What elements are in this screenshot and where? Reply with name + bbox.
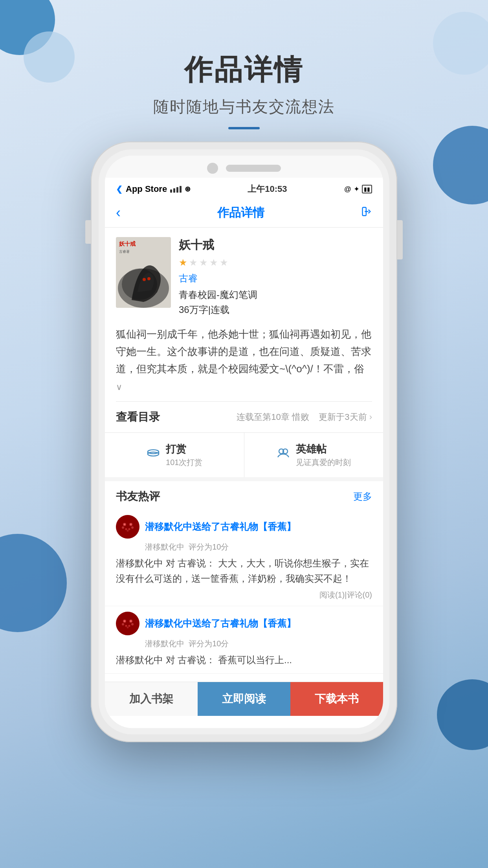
phone-power-button [397,220,403,259]
page-header: 作品详情 随时随地与书友交流想法 [0,0,488,129]
bluetooth-icon: ✦ [354,185,360,193]
book-author[interactable]: 古睿 [179,272,372,285]
reward-action[interactable]: 打赏 101次打赏 [105,433,244,477]
svg-point-29 [122,623,124,625]
svg-point-22 [128,528,130,530]
svg-point-31 [125,625,127,627]
reviews-section: 书友热评 更多 [105,481,383,682]
star-2: ★ [189,257,198,268]
svg-point-16 [124,524,125,525]
wifi-icon: ⊛ [185,185,191,193]
star-3: ★ [199,257,208,268]
status-left: ❮ App Store ⊛ [116,184,191,194]
phone-inner: ❮ App Store ⊛ 上午10:53 [99,149,389,734]
svg-point-4 [143,278,146,281]
phone-camera [207,163,218,174]
review-2-meta: 潜移默化中 评分为10分 [116,638,372,649]
page-subtitle: 随时随地与书友交流想法 [0,96,488,118]
status-right: @ ✦ ▮▮ [344,185,372,193]
desc-expand-icon[interactable]: ∨ [116,380,122,394]
reviewer-1-avatar [116,515,139,539]
review-1-content: 潜移默化中 对 古睿说： 大大，大大，听说你想生猴子，实在没有什么可送的，送一筐… [116,555,372,587]
bottom-bar: 加入书架 立即阅读 下载本书 [105,682,383,716]
svg-point-24 [116,612,139,635]
chapter-arrow-icon: › [369,412,372,422]
battery-icon: ▮▮ [362,185,372,193]
status-bar: ❮ App Store ⊛ 上午10:53 [105,178,383,198]
svg-point-18 [130,524,132,525]
nav-back-button[interactable]: ‹ [116,204,121,221]
carrier-label: App Store [126,184,167,194]
phone-outer: ❮ App Store ⊛ 上午10:53 [91,142,397,742]
phone-top-bar [105,156,383,178]
nav-title: 作品详情 [217,205,264,221]
reward-icon [146,446,160,464]
bg-decoration-5 [0,534,67,632]
book-details: 妖十戒 ★ ★ ★ ★ ★ 古睿 青春校园-魔幻笔调 36万字|连载 [179,237,372,316]
bg-decoration-4 [433,126,488,204]
hero-text-group: 英雄帖 见证真爱的时刻 [296,442,351,468]
svg-point-20 [131,526,134,529]
phone-speaker [226,165,281,172]
cover-ink-art: 妖十戒 古睿著 [116,237,171,308]
svg-point-26 [124,620,125,622]
svg-text:古睿著: 古睿著 [119,250,130,254]
book-info-section: 妖十戒 古睿著 妖十戒 ★ ★ ★ ★ [105,228,383,326]
book-genre: 青春校园-魔幻笔调 [179,289,372,301]
phone-mockup: ❮ App Store ⊛ 上午10:53 [91,142,397,742]
book-title: 妖十戒 [179,237,372,253]
nav-share-button[interactable] [361,206,372,220]
add-to-shelf-btn[interactable]: 加入书架 [105,682,198,716]
reviews-header: 书友热评 更多 [105,481,383,509]
phone-screen: ❮ App Store ⊛ 上午10:53 [105,156,383,728]
book-cover: 妖十戒 古睿著 [116,237,171,308]
hero-post-action[interactable]: 英雄帖 见证真爱的时刻 [244,433,383,477]
book-words: 36万字|连载 [179,303,372,316]
reward-sub: 101次打赏 [166,457,202,468]
reviews-more-btn[interactable]: 更多 [353,490,372,503]
read-now-btn[interactable]: 立即阅读 [198,682,290,716]
phone-volume-button [85,220,91,244]
hero-label: 英雄帖 [296,442,351,456]
review-2-header: 潜移默化中送给了古睿礼物【香蕉】 [116,612,372,635]
svg-point-32 [128,625,130,627]
review-2-content: 潜移默化中 对 古睿说： 香蕉可以当行上... [116,652,372,668]
svg-point-23 [127,530,129,531]
star-1: ★ [179,257,187,268]
actions-row: 打赏 101次打赏 [105,433,383,481]
reviewer-2-avatar [116,612,139,635]
review-item-1: 潜移默化中送给了古睿礼物【香蕉】 潜移默化中 评分为10分 潜移默化中 对 古睿… [105,509,383,606]
download-btn[interactable]: 下载本书 [290,682,383,716]
review-1-title[interactable]: 潜移默化中送给了古睿礼物【香蕉】 [145,520,296,533]
time-display: 上午10:53 [248,183,287,195]
book-stars: ★ ★ ★ ★ ★ [179,257,372,268]
hero-sub: 见证真爱的时刻 [296,457,351,468]
svg-point-30 [131,623,134,625]
chapter-row[interactable]: 查看目录 连载至第10章 惜败 更新于3天前 › [105,402,383,433]
svg-point-14 [116,515,139,539]
book-description: 狐仙祠一别成千年，他杀她十世；狐仙祠再遇如初见，他守她一生。这个故事讲的是道，也… [105,326,383,401]
reviews-title: 书友热评 [116,489,160,504]
review-1-header: 潜移默化中送给了古睿礼物【香蕉】 [116,515,372,539]
nav-bar: ‹ 作品详情 [105,198,383,228]
reward-label: 打赏 [166,442,202,456]
star-5: ★ [220,257,228,268]
reward-text-group: 打赏 101次打赏 [166,442,202,468]
svg-point-28 [130,620,132,622]
review-2-title[interactable]: 潜移默化中送给了古睿礼物【香蕉】 [145,617,296,630]
at-sign: @ [344,185,351,193]
svg-text:妖十戒: 妖十戒 [119,241,136,247]
review-item-2: 潜移默化中送给了古睿礼物【香蕉】 潜移默化中 评分为10分 潜移默化中 对 古睿… [105,606,383,674]
page-title: 作品详情 [0,51,488,89]
review-1-footer: 阅读(1)|评论(0) [116,590,372,600]
chapter-label: 查看目录 [116,410,160,425]
signal-icon [170,186,182,193]
hero-post-icon [276,446,290,464]
app-screen: ❮ App Store ⊛ 上午10:53 [105,178,383,728]
back-arrow-status: ❮ [116,184,123,194]
svg-point-21 [125,528,127,530]
desc-text: 狐仙祠一别成千年，他杀她十世；狐仙祠再遇如初见，他守她一生。这个故事讲的是道，也… [116,328,371,375]
review-1-meta: 潜移默化中 评分为10分 [116,542,372,552]
title-underline [228,127,260,129]
star-4: ★ [209,257,218,268]
